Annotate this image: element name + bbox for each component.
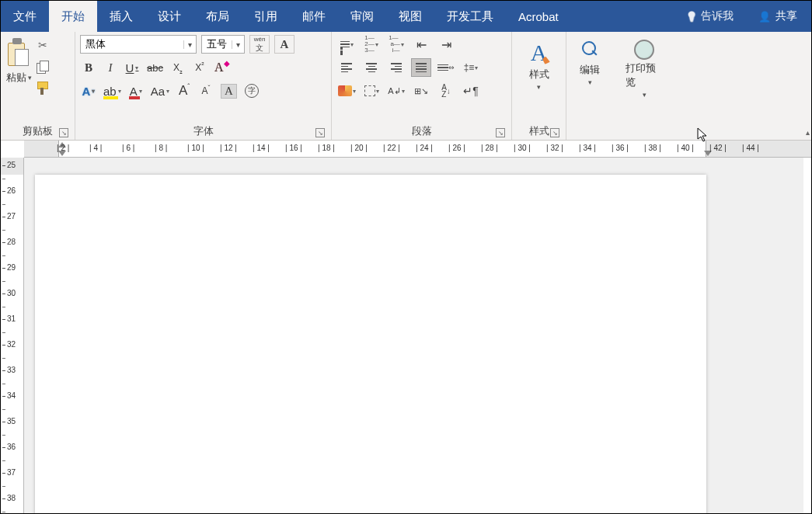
paste-button[interactable]: 粘贴▾: [6, 71, 32, 85]
ribbon: 粘贴▾ 剪贴板↘ 黑体▾ 五号▾ wén文 A B I U▾ abc: [1, 32, 811, 141]
bold-button[interactable]: B: [80, 58, 97, 77]
group-font: 黑体▾ 五号▾ wén文 A B I U▾ abc X X A◆ A▾ ab▾ …: [75, 32, 332, 140]
tab-file[interactable]: 文件: [1, 1, 49, 32]
italic-button[interactable]: I: [102, 58, 119, 77]
show-marks-button[interactable]: ↵¶: [461, 82, 481, 100]
highlight-button[interactable]: ab▾: [102, 82, 123, 100]
font-color-button[interactable]: A▾: [127, 82, 145, 100]
paste-label: 粘贴: [6, 71, 26, 85]
styles-launcher[interactable]: ↘: [550, 128, 559, 137]
group-edit: 编辑 ▾: [566, 32, 613, 140]
sort-button[interactable]: AZ↓: [436, 82, 456, 100]
char-border-button[interactable]: A: [274, 35, 294, 54]
document-area: [24, 158, 803, 513]
font-launcher[interactable]: ↘: [315, 128, 325, 137]
decrease-indent-button[interactable]: ⇤: [411, 35, 431, 54]
font-size-combo[interactable]: 五号▾: [201, 35, 245, 54]
phonetic-guide-button[interactable]: wén文: [249, 35, 270, 54]
share-button[interactable]: 共享: [746, 1, 811, 32]
share-label: 共享: [775, 9, 797, 23]
font-name-dropdown[interactable]: ▾: [183, 40, 196, 49]
change-case-button[interactable]: Aa▾: [149, 82, 171, 100]
group-styles: A 样式 ▾ 样式↘: [512, 32, 566, 140]
font-name-combo[interactable]: 黑体▾: [80, 35, 197, 54]
enclose-char-button[interactable]: 字: [243, 82, 260, 100]
tell-me-label: 告诉我: [701, 9, 734, 23]
align-right-button[interactable]: [386, 58, 406, 77]
clipboard-group-label: 剪贴板: [23, 124, 53, 138]
styles-icon: A: [531, 40, 548, 66]
styles-group-label: 样式: [529, 124, 549, 138]
bullets-button[interactable]: ▾: [336, 35, 357, 54]
line-spacing-button[interactable]: ‡≡▾: [461, 58, 481, 77]
strike-button[interactable]: abc: [145, 58, 165, 77]
tab-review[interactable]: 审阅: [338, 1, 386, 32]
text-effects-button[interactable]: A▾: [80, 82, 97, 100]
group-paragraph: ▾ 1—2—3—▾ 1— a— i—▾ ⇤ ⇥ ⇔ ‡≡▾ ▾ ▾ A↲▾ ⊞↘…: [332, 32, 512, 140]
align-left-button[interactable]: [336, 58, 357, 77]
font-size-dropdown[interactable]: ▾: [232, 40, 244, 49]
tab-view[interactable]: 视图: [386, 1, 434, 32]
shading-button[interactable]: ▾: [336, 82, 357, 100]
edit-label: 编辑: [580, 63, 600, 77]
borders-button[interactable]: ▾: [361, 82, 382, 100]
preview-icon: [634, 40, 654, 60]
tab-design[interactable]: 设计: [145, 1, 193, 32]
tab-references[interactable]: 引用: [242, 1, 290, 32]
distribute-button[interactable]: ⇔: [436, 58, 456, 77]
increase-indent-button[interactable]: ⇥: [436, 35, 456, 54]
tell-me[interactable]: 告诉我: [673, 1, 746, 32]
tab-mailings[interactable]: 邮件: [290, 1, 338, 32]
font-size-value: 五号: [202, 37, 232, 51]
tab-layout[interactable]: 布局: [193, 1, 242, 32]
tab-acrobat[interactable]: Acrobat: [506, 1, 571, 32]
multilevel-button[interactable]: 1— a— i—▾: [386, 35, 406, 54]
share-icon: [758, 10, 771, 23]
align-center-button[interactable]: [361, 58, 382, 77]
find-icon: [579, 40, 601, 61]
page[interactable]: [35, 175, 706, 513]
group-clipboard: 粘贴▾ 剪贴板↘: [1, 32, 75, 140]
shrink-font-button[interactable]: Aˇ: [197, 82, 214, 100]
tab-insert[interactable]: 插入: [97, 1, 145, 32]
snap-grid-button[interactable]: ⊞↘: [411, 82, 431, 100]
horizontal-ruler[interactable]: 2468101214161820222426283032343638404244: [24, 141, 811, 158]
subscript-button[interactable]: X: [169, 58, 186, 77]
align-justify-button[interactable]: [411, 58, 431, 77]
numbering-button[interactable]: 1—2—3—▾: [361, 35, 382, 54]
styles-label: 样式: [529, 68, 549, 82]
vertical-ruler[interactable]: 2526272829303132333435363738: [1, 158, 24, 513]
clear-format-button[interactable]: A◆: [213, 58, 232, 77]
char-shading-button[interactable]: A: [219, 82, 239, 100]
preview-label: 打印预览: [626, 61, 663, 89]
group-preview: 打印预览 ▾: [613, 32, 675, 140]
underline-button[interactable]: U▾: [124, 58, 141, 77]
superscript-button[interactable]: X: [191, 58, 208, 77]
paragraph-group-label: 段落: [412, 124, 432, 138]
copy-button[interactable]: [35, 60, 51, 74]
edit-button[interactable]: 编辑 ▾: [571, 35, 608, 86]
scroll-up-arrow[interactable]: ▴: [806, 128, 810, 137]
ribbon-tabs: 文件 开始 插入 设计 布局 引用 邮件 审阅 视图 开发工具 Acrobat …: [1, 1, 811, 32]
grow-font-button[interactable]: Aˆ: [176, 82, 193, 100]
text-direction-button[interactable]: A↲▾: [386, 82, 406, 100]
bulb-icon: [685, 10, 698, 23]
tab-developer[interactable]: 开发工具: [434, 1, 506, 32]
styles-button[interactable]: A 样式 ▾: [517, 35, 561, 91]
cut-button[interactable]: [35, 38, 51, 52]
paste-icon[interactable]: [5, 38, 32, 69]
clipboard-launcher[interactable]: ↘: [59, 128, 68, 137]
font-name-value: 黑体: [81, 37, 183, 51]
paragraph-launcher[interactable]: ↘: [496, 128, 505, 137]
tab-home[interactable]: 开始: [49, 1, 97, 32]
format-painter-button[interactable]: [35, 82, 51, 96]
font-group-label: 字体: [193, 124, 214, 138]
print-preview-button[interactable]: 打印预览 ▾: [618, 35, 671, 99]
